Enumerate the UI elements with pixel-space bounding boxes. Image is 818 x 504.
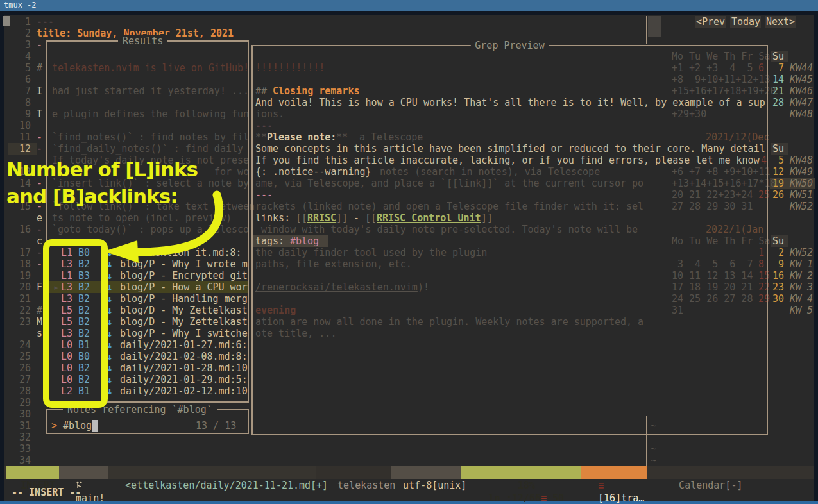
text-span: #	[37, 305, 42, 316]
text-span: KW 5	[790, 305, 813, 316]
text-span: 3	[25, 39, 31, 51]
text-span: 10	[19, 120, 31, 131]
text-span: 27	[19, 374, 31, 385]
trailing-label: [16]tra…	[598, 492, 644, 504]
pane-indicator-left	[3, 16, 10, 26]
calendar-day[interactable]: 5	[778, 155, 784, 166]
line-location: ln :12/66	[489, 492, 541, 504]
text-span: 33	[19, 443, 31, 455]
calendar-buffer-name: __Calendar[-]	[667, 480, 742, 491]
calendar-day[interactable]: 7	[778, 62, 784, 74]
text-span: 24	[19, 339, 31, 351]
position-segment: 18% ln :12/66≡:50	[461, 466, 581, 479]
text-span: 22	[19, 305, 31, 316]
text-span: ---	[37, 16, 54, 28]
text-span: KW45	[790, 74, 813, 85]
grep-preview-title: Grep Preview	[470, 40, 549, 51]
calendar-day[interactable]: 9	[778, 258, 784, 270]
calendar-day-highlighted[interactable]: 19	[772, 178, 784, 189]
text-span: KW46	[790, 85, 813, 97]
filename-segment: <ettelkasten/daily/2021-11-21.md[+]	[108, 466, 316, 479]
calendar-weekday-header: Su	[772, 235, 784, 247]
calendar-statusline: __Calendar[-]	[647, 466, 814, 479]
text-span: 23	[19, 316, 31, 328]
cmdline-mode-message: -- INSERT --	[12, 487, 81, 498]
calendar-prev-button[interactable]: <Prev	[696, 16, 725, 28]
text-span: KW47	[790, 97, 813, 108]
trailing-icon: ≡	[598, 480, 604, 491]
calendar-weekday-header: Su	[772, 51, 784, 62]
window-separator[interactable]	[646, 16, 647, 44]
grep-preview-panel: Grep Preview	[251, 45, 768, 435]
prompt-panel[interactable]: Notes referencing `#blog`	[46, 409, 249, 434]
text-span: 4	[25, 51, 31, 62]
text-span: #	[37, 62, 42, 74]
text-span: -	[37, 143, 42, 155]
text-span: 1	[25, 16, 31, 28]
tmux-titlebar: tmux -2	[0, 0, 818, 11]
tmux-terminal-window: { "titlebar": {"text": "tmux -2"}, "anno…	[0, 0, 818, 504]
text-span: KW52	[790, 247, 813, 258]
text-span: 6	[25, 74, 31, 85]
text-span: 17	[19, 247, 31, 258]
calendar-day[interactable]: 14	[772, 74, 784, 85]
text-span: 9	[25, 108, 31, 120]
plugin-label: telekasten	[337, 480, 395, 491]
text-span: 16	[19, 224, 31, 235]
text-span: M	[37, 316, 42, 328]
calendar-day[interactable]: 23	[772, 281, 784, 293]
pane-indicator-right	[648, 16, 661, 37]
calendar-day[interactable]: 16	[772, 270, 784, 281]
column-location: :50	[547, 492, 564, 504]
calendar-day[interactable]: 26	[772, 189, 784, 201]
text-span: 2	[25, 28, 31, 39]
text-span: 34	[19, 455, 31, 466]
text-span: I	[37, 85, 42, 97]
text-span: 5	[25, 62, 31, 74]
calendar-day[interactable]: 28	[772, 97, 784, 108]
text-span: 11	[19, 131, 31, 143]
calendar-today-button[interactable]: Today	[731, 16, 760, 28]
trailing-whitespace-segment: ≡ [16]tra…	[581, 466, 647, 479]
progress-percent: 18%	[518, 480, 535, 491]
file-path: <ettelkasten/daily/2021-11-21.md[+]	[125, 480, 328, 491]
text-span: 25	[19, 351, 31, 362]
text-span: 30	[19, 408, 31, 420]
calendar-weekday-header: Su	[772, 143, 784, 155]
text-span: KW48	[790, 155, 813, 166]
text-span: -	[37, 131, 42, 143]
text-span: 32	[19, 432, 31, 443]
window-border-bottom	[0, 501, 818, 504]
text-span: KW50	[790, 178, 813, 189]
calendar-day[interactable]: 30	[772, 293, 784, 305]
text-span: 8	[25, 97, 31, 108]
encoding-segment: utf-8[unix]	[391, 466, 461, 479]
calendar-day[interactable]: 2	[778, 247, 784, 258]
text-span: -	[37, 247, 42, 258]
text-span: KW51	[790, 189, 813, 201]
text-span: 29	[19, 397, 31, 408]
calendar-next-button[interactable]: Next>	[766, 16, 795, 28]
text-span: T	[37, 108, 42, 120]
plugin-segment: telekasten	[326, 466, 395, 479]
text-span: 7	[25, 85, 31, 97]
calendar-day[interactable]: 21	[772, 85, 784, 97]
text-span: c	[37, 235, 42, 247]
text-span: ~	[651, 443, 656, 455]
text-span: s	[37, 328, 42, 339]
text-span: 19	[19, 270, 31, 281]
text-span: -	[37, 224, 42, 235]
text-span: KW49	[790, 166, 813, 178]
text-span: ~	[651, 455, 656, 466]
text-span: e	[37, 212, 42, 224]
text-span: 31	[19, 420, 31, 432]
text-span: 18	[19, 258, 31, 270]
encoding-label: utf-8[unix]	[403, 480, 466, 491]
text-span: 20	[19, 281, 31, 293]
mode-indicator: INSERT	[6, 466, 59, 479]
text-span: KW 3	[790, 281, 813, 293]
text-span: -	[37, 258, 42, 270]
calendar-day[interactable]: 12	[772, 166, 784, 178]
text-span: 21	[19, 293, 31, 305]
annotation-text-line1: Number of [L]inks	[6, 158, 198, 181]
